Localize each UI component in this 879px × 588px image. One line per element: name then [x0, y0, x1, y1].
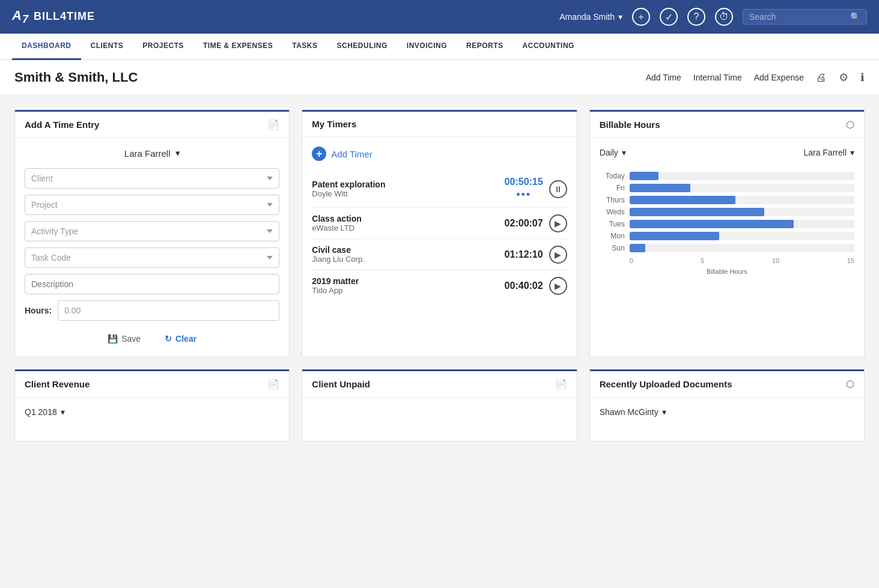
info-icon[interactable]: ℹ [860, 71, 865, 84]
search-input[interactable] [749, 12, 845, 22]
user-selector[interactable]: Lara Farrell ▾ [25, 148, 279, 159]
clock-icon-button[interactable]: ⏱ [715, 8, 733, 26]
logo[interactable]: A7 BILL4TIME [12, 8, 95, 26]
quarter-selector[interactable]: Q1 2018 ▾ [25, 407, 279, 417]
clear-button[interactable]: ↻ Clear [157, 330, 204, 347]
nav-item-tasks[interactable]: TASKS [282, 34, 327, 60]
nav-item-reports[interactable]: REPORTS [457, 34, 513, 60]
search-icon[interactable]: 🔍 [850, 12, 860, 22]
nav-item-dashboard[interactable]: DASHBOARD [12, 34, 81, 60]
user-dropdown-arrow: ▾ [618, 12, 622, 22]
chart-day-label: Weds [600, 208, 625, 216]
timer-client: Jiang Liu Corp. [312, 255, 498, 264]
timer-dots: ••• [516, 189, 531, 201]
user-dropdown-chevron: ▾ [175, 148, 180, 159]
add-time-card-title: Add A Time Entry [25, 120, 99, 130]
timer-item: Patent exploration Doyle Witt 00:50:15 •… [312, 171, 567, 208]
task-code-select[interactable]: Task Code [25, 247, 279, 268]
client-unpaid-body [302, 398, 576, 417]
logo-text: BILL4TIME [34, 10, 95, 23]
x-label-5: 5 [701, 257, 704, 264]
save-button[interactable]: 💾 Save [100, 330, 148, 347]
internal-time-link[interactable]: Internal Time [693, 73, 742, 82]
timer-client: Doyle Witt [312, 189, 498, 198]
user-chart-dropdown[interactable]: Lara Farrell ▾ [803, 148, 854, 157]
logo-icon: A7 [12, 8, 29, 26]
add-expense-link[interactable]: Add Expense [754, 73, 804, 82]
chart-day-label: Fri [600, 184, 625, 192]
user-name-dropdown[interactable]: Amanda Smith ▾ [559, 12, 622, 22]
client-unpaid-card: Client Unpaid 📄 [302, 369, 577, 441]
help-icon-button[interactable]: ? [687, 8, 705, 26]
chart-controls: Daily ▾ Lara Farrell ▾ [600, 148, 854, 157]
nav-item-accounting[interactable]: ACCOUNTING [513, 34, 584, 60]
pause-button[interactable]: ⏸ [549, 180, 567, 198]
chart-bar [630, 208, 765, 216]
chart-bar-container [630, 208, 854, 216]
add-time-card-header: Add A Time Entry 📄 [15, 112, 289, 138]
period-dropdown[interactable]: Daily ▾ [600, 148, 626, 157]
timer-item: Class action eWaste LTD 02:00:07 ▶ [312, 208, 567, 239]
my-timers-card-title: My Timers [312, 119, 356, 129]
client-revenue-card: Client Revenue 📄 Q1 2018 ▾ [14, 369, 290, 441]
activity-type-select[interactable]: Activity Type [25, 221, 279, 241]
hours-input[interactable] [58, 300, 279, 321]
client-revenue-export-icon[interactable]: 📄 [267, 378, 279, 390]
nav-item-scheduling[interactable]: SCHEDULING [327, 34, 397, 60]
add-time-link[interactable]: Add Time [646, 73, 681, 82]
chart-row: Fri [600, 184, 854, 192]
client-select[interactable]: Client [25, 168, 279, 189]
client-unpaid-export-icon[interactable]: 📄 [555, 378, 567, 390]
header-actions: Add Time Internal Time Add Expense 🖨 ⚙ ℹ [646, 71, 865, 84]
chart-area: Today Fri Thurs [600, 167, 854, 280]
form-actions: 💾 Save ↻ Clear [25, 330, 279, 347]
timer-info: Class action eWaste LTD [312, 214, 498, 232]
timer-client: eWaste LTD [312, 223, 498, 232]
timer-name: 2019 matter [312, 276, 498, 286]
add-time-export-icon[interactable]: 📄 [267, 119, 279, 130]
timer-client: Tido App [312, 286, 498, 295]
nav-item-time-expenses[interactable]: TIME & EXPENSES [193, 34, 282, 60]
chart-row: Today [600, 172, 854, 180]
client-unpaid-header: Client Unpaid 📄 [302, 371, 576, 398]
nav-item-clients[interactable]: CLIENTS [81, 34, 133, 60]
print-icon[interactable]: 🖨 [816, 71, 827, 84]
period-chevron: ▾ [622, 148, 626, 157]
top-navigation: A7 BILL4TIME Amanda Smith ▾ ＋ ✓ ? ⏱ 🔍 [0, 0, 879, 34]
nav-item-invoicing[interactable]: INVOICING [397, 34, 457, 60]
settings-icon[interactable]: ⚙ [839, 71, 848, 84]
billable-hours-card: Billable Hours ⬡ Daily ▾ Lara Farrell ▾ [589, 110, 865, 357]
play-button[interactable]: ▶ [549, 246, 567, 264]
nav-item-projects[interactable]: PROJECTS [133, 34, 193, 60]
client-unpaid-title: Client Unpaid [312, 379, 370, 389]
user-chart-chevron: ▾ [850, 148, 854, 157]
play-button[interactable]: ▶ [549, 214, 567, 232]
add-time-card: Add A Time Entry 📄 Lara Farrell ▾ Client… [14, 110, 290, 357]
user-area: Amanda Smith ▾ ＋ ✓ ? ⏱ 🔍 [559, 8, 867, 26]
chart-day-label: Sun [600, 244, 625, 252]
recently-uploaded-user-selector[interactable]: Shawn McGinty ▾ [600, 407, 854, 417]
timer-info: Civil case Jiang Liu Corp. [312, 245, 498, 264]
chart-bar-container [630, 220, 854, 228]
billable-hours-expand-icon[interactable]: ⬡ [846, 119, 854, 130]
chart-bar-container [630, 232, 854, 240]
recently-uploaded-chevron: ▾ [662, 407, 666, 417]
chart-bar [630, 232, 720, 240]
chart-bar-container [630, 172, 854, 180]
add-timer-button[interactable]: + Add Timer [312, 147, 567, 161]
search-bar: 🔍 [743, 9, 867, 25]
project-select[interactable]: Project [25, 195, 279, 215]
x-label-15: 15 [847, 257, 854, 264]
recently-uploaded-expand-icon[interactable]: ⬡ [846, 378, 854, 390]
main-navigation: DASHBOARD CLIENTS PROJECTS TIME & EXPENS… [0, 34, 879, 60]
description-input[interactable] [25, 274, 279, 294]
hours-label: Hours: [25, 306, 52, 315]
add-icon-button[interactable]: ＋ [632, 8, 650, 26]
bottom-cards-row: Client Revenue 📄 Q1 2018 ▾ Client Unpaid… [14, 369, 865, 441]
client-revenue-title: Client Revenue [25, 379, 90, 389]
check-icon-button[interactable]: ✓ [660, 8, 678, 26]
billable-hours-card-body: Daily ▾ Lara Farrell ▾ Today [590, 138, 864, 289]
my-timers-card-header: My Timers [302, 112, 576, 137]
play-button[interactable]: ▶ [549, 277, 567, 295]
page-header: Smith & Smith, LLC Add Time Internal Tim… [0, 60, 879, 95]
